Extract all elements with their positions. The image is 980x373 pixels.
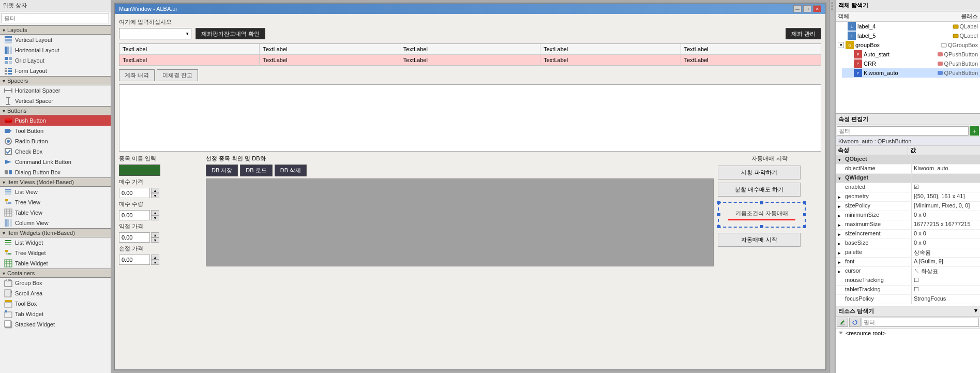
label5-name: label_5 — [857, 33, 951, 39]
stock-name-input[interactable] — [119, 165, 160, 176]
prop-indent: ▸ — [836, 239, 843, 248]
maximize-button[interactable]: □ — [803, 5, 811, 12]
sidebar-item-horizontal-layout[interactable]: Horizontal Layout — [0, 45, 111, 55]
enabled-value[interactable]: ☑ — [912, 183, 980, 192]
text-area[interactable] — [119, 84, 821, 152]
sidebar-item-grid-layout[interactable]: Grid Layout — [0, 55, 111, 66]
auto-start-button[interactable]: 자동매매 시작 — [718, 233, 801, 247]
section-containers[interactable]: Containers — [0, 268, 111, 278]
section-qobject: ▾ QObject — [836, 155, 980, 165]
section-toggle[interactable]: ▾ — [836, 155, 843, 164]
maximumsize-value: 16777215 x 16777215 — [912, 220, 980, 229]
buy-qty-input[interactable] — [119, 210, 150, 220]
loss-price-input[interactable] — [119, 255, 150, 265]
buy-qty-down[interactable]: ▼ — [151, 215, 159, 220]
svg-rect-38 — [8, 202, 11, 204]
profit-price-input[interactable] — [119, 232, 150, 243]
sidebar-item-dialog-button-box[interactable]: Dialog Button Box — [0, 167, 111, 177]
buy-price-down[interactable]: ▼ — [151, 193, 159, 198]
buy-price-up[interactable]: ▲ — [151, 188, 159, 193]
buy-price-input[interactable] — [119, 188, 150, 198]
db-load-button[interactable]: DB 로드 — [240, 165, 272, 176]
horizontal-layout-icon — [4, 46, 12, 54]
sidebar-item-table-view[interactable]: Table View — [0, 207, 111, 218]
sidebar-item-scroll-area[interactable]: Scroll Area — [0, 288, 111, 299]
svg-rect-62 — [5, 290, 11, 297]
check-balance-button[interactable]: 제좌팡가잔고내역 확인 — [195, 28, 265, 39]
sidebar-item-tool-button[interactable]: Tool Button — [0, 126, 111, 136]
svg-rect-12 — [5, 70, 7, 72]
market-analysis-button[interactable]: 시황 파악하기 — [718, 166, 801, 180]
tool-box-label: Tool Box — [15, 301, 37, 307]
table-widget-label: Table Widget — [15, 260, 48, 266]
minimize-button[interactable]: — — [793, 5, 802, 12]
edit-resource-button[interactable] — [837, 318, 848, 327]
section-buttons[interactable]: Buttons — [0, 106, 111, 115]
combo-box[interactable] — [119, 28, 191, 39]
tree-item-auto-start[interactable]: P Auto_start QPushButton — [842, 50, 980, 59]
section-item-widgets[interactable]: Item Widgets (Item-Based) — [0, 228, 111, 237]
sidebar-item-tool-box[interactable]: Tool Box — [0, 299, 111, 309]
db-delete-button[interactable]: DB 삭제 — [275, 165, 307, 176]
sidebar-item-command-link-button[interactable]: Command Link Button — [0, 157, 111, 167]
sidebar-item-list-widget[interactable]: List Widget — [0, 237, 111, 248]
props-header: 속성 값 — [836, 146, 980, 155]
inspector-header: 객체 클래스 — [836, 11, 980, 22]
db-save-button[interactable]: DB 저장 — [206, 165, 238, 176]
sidebar-item-tree-view[interactable]: Tree View — [0, 197, 111, 207]
objectname-value[interactable]: Kiwoom_auto — [912, 165, 980, 173]
mousetracking-value[interactable]: ☐ — [912, 276, 980, 285]
unfilled-balance-button[interactable]: 미체결 잔고 — [157, 69, 198, 81]
buy-qty-up[interactable]: ▲ — [151, 210, 159, 215]
profit-price-down[interactable]: ▼ — [151, 237, 159, 243]
sidebar-item-stacked-widget[interactable]: Stacked Widget — [0, 319, 111, 330]
sidebar-item-column-view[interactable]: Column View — [0, 218, 111, 228]
split-trade-button[interactable]: 분할 매수매도 하기 — [718, 183, 801, 197]
tree-expand-groupbox[interactable]: ▾ — [838, 42, 844, 48]
widget-filter-input[interactable] — [2, 13, 109, 23]
loss-price-down[interactable]: ▼ — [151, 260, 159, 265]
tablettracking-value[interactable]: ☐ — [912, 286, 980, 294]
table-cell: TextLabel — [681, 44, 821, 54]
tree-item-label5[interactable]: L label_5 QLabel — [836, 31, 980, 40]
sidebar-item-push-button[interactable]: Push Button — [0, 115, 111, 126]
column-view-label: Column View — [15, 220, 49, 226]
tool-box-icon — [4, 300, 12, 308]
sidebar-item-vertical-layout[interactable]: Vertical Layout — [0, 35, 111, 45]
panel-title: 위젯 상자 — [0, 0, 111, 11]
sidebar-item-vertical-spacer[interactable]: Vertical Spacer — [0, 96, 111, 106]
sidebar-item-table-widget[interactable]: Table Widget — [0, 258, 111, 268]
section-layouts[interactable]: Layouts — [0, 25, 111, 35]
sidebar-item-check-box[interactable]: Check Box — [0, 146, 111, 157]
loss-price-up[interactable]: ▲ — [151, 255, 159, 260]
section-toggle-qwidget[interactable]: ▾ — [836, 174, 843, 183]
resource-root-item[interactable]: <resource root> — [838, 330, 978, 337]
section-qwidget: ▾ QWidget — [836, 174, 980, 183]
tree-item-label4[interactable]: L label_4 QLabel — [836, 22, 980, 31]
section-spacers[interactable]: Spacers — [0, 76, 111, 85]
sidebar-item-radio-button[interactable]: Radio Button — [0, 136, 111, 146]
reload-resource-button[interactable] — [849, 318, 861, 327]
section-item-views[interactable]: Item Views (Model-Based) — [0, 177, 111, 187]
manage-account-button[interactable]: 제좌 관리 — [786, 28, 821, 39]
sidebar-item-list-view[interactable]: List View — [0, 187, 111, 197]
focuspolicy-value[interactable]: StrongFocus — [912, 295, 980, 304]
tree-item-groupbox[interactable]: ▾ G groupBox QGroupBox — [836, 40, 980, 50]
sidebar-item-form-layout[interactable]: Form Layout — [0, 66, 111, 76]
props-filter-input[interactable] — [837, 126, 969, 136]
resource-filter-input[interactable] — [862, 318, 979, 327]
add-property-button[interactable]: + — [970, 126, 979, 136]
tree-item-kiwoom-auto[interactable]: P Kiwoom_auto QPushButton — [842, 68, 980, 78]
grid-layout-icon — [4, 56, 12, 65]
sidebar-item-group-box[interactable]: GrB Group Box — [0, 278, 111, 288]
account-history-button[interactable]: 계좌 내역 — [119, 69, 155, 81]
sidebar-item-tree-widget[interactable]: Tree Widget — [0, 248, 111, 258]
prop-geometry: ▸ geometry [{50, 150}, 161 x 41] — [836, 192, 980, 202]
tool-button-icon — [4, 127, 12, 135]
tree-item-crr[interactable]: P CRR QPushButton — [842, 59, 980, 68]
profit-price-up[interactable]: ▲ — [151, 232, 159, 237]
close-button[interactable]: ✕ — [813, 5, 821, 12]
sidebar-item-horizontal-spacer[interactable]: Horizontal Spacer — [0, 85, 111, 96]
sidebar-item-tab-widget[interactable]: Tab Widget — [0, 309, 111, 319]
svg-rect-28 — [5, 148, 11, 155]
